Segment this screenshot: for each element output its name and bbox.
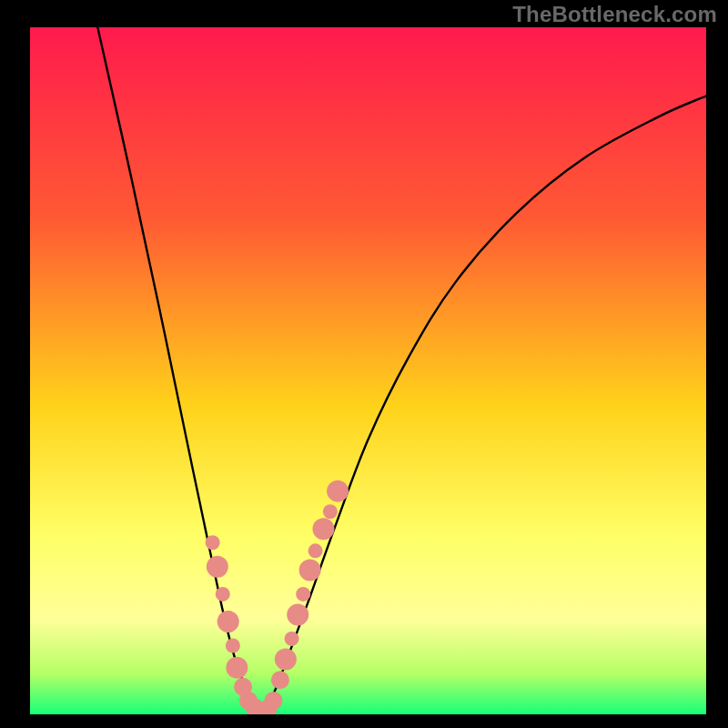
marker-dot (216, 587, 230, 602)
marker-dot (226, 657, 248, 679)
marker-dot (327, 480, 349, 502)
marker-dot (226, 639, 240, 653)
bottleneck-chart (0, 0, 728, 728)
marker-dot (285, 632, 299, 646)
marker-dot (264, 692, 282, 710)
marker-dot (271, 671, 289, 689)
watermark-text: TheBottleneck.com (512, 2, 717, 27)
marker-dot (287, 604, 308, 626)
marker-dot (217, 611, 239, 632)
marker-dot (312, 518, 334, 540)
marker-dot (296, 587, 310, 602)
marker-dot (308, 543, 323, 558)
plot-background (30, 27, 706, 714)
chart-container: TheBottleneck.com (0, 0, 728, 728)
marker-dot (275, 649, 297, 671)
marker-dot (206, 535, 220, 550)
marker-dot (299, 559, 321, 581)
marker-dot (323, 504, 338, 519)
marker-dot (207, 556, 228, 578)
